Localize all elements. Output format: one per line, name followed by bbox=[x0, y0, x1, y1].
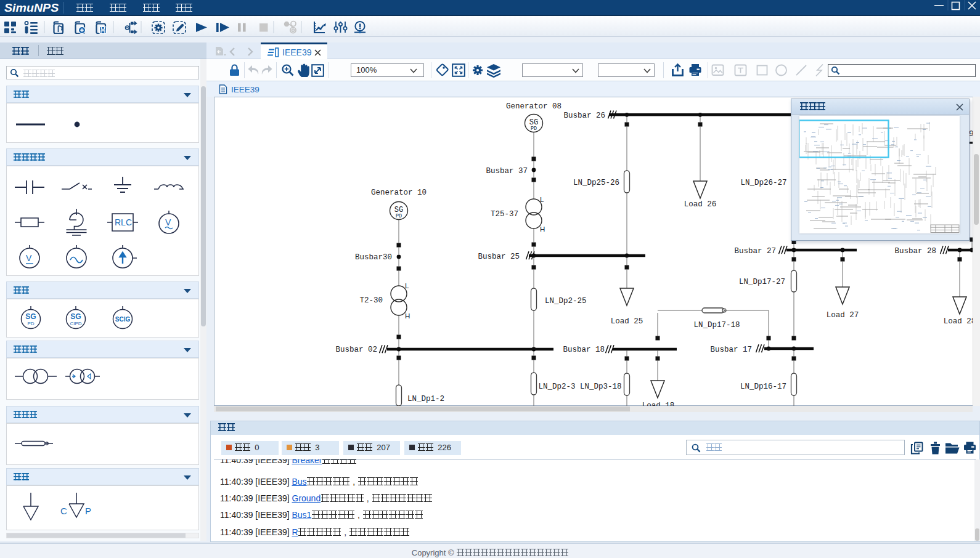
svg-text:Busbar 17: Busbar 17 bbox=[710, 346, 752, 354]
svg-text:Busbar 02: Busbar 02 bbox=[335, 346, 377, 354]
svg-text:V: V bbox=[26, 253, 32, 263]
svg-text:LN_Dp2-25: LN_Dp2-25 bbox=[545, 297, 587, 305]
svg-text:Load 28: Load 28 bbox=[944, 317, 973, 326]
svg-text:LN_Dp25-26: LN_Dp25-26 bbox=[573, 179, 619, 187]
svg-text:LN_Dp26-27: LN_Dp26-27 bbox=[740, 179, 786, 187]
svg-text:P: P bbox=[85, 506, 91, 516]
svg-text:Generator 08: Generator 08 bbox=[506, 102, 561, 111]
svg-text:Generator 10: Generator 10 bbox=[371, 188, 427, 197]
svg-text:LN_Dp1-2: LN_Dp1-2 bbox=[407, 395, 444, 403]
svg-text:Load 18: Load 18 bbox=[642, 402, 675, 406]
svg-text:LN_Dp17-27: LN_Dp17-27 bbox=[739, 278, 785, 286]
svg-text:CIPD: CIPD bbox=[70, 321, 81, 326]
svg-text:L: L bbox=[405, 282, 409, 289]
svg-text:Busbar 18: Busbar 18 bbox=[563, 346, 605, 354]
svg-text:T25-37: T25-37 bbox=[491, 210, 518, 219]
svg-text:Load 26: Load 26 bbox=[684, 200, 717, 209]
svg-text:PD: PD bbox=[396, 213, 402, 219]
svg-text:H: H bbox=[540, 225, 545, 233]
svg-text:Load 27: Load 27 bbox=[827, 311, 859, 320]
svg-text:Load 25: Load 25 bbox=[611, 317, 643, 326]
svg-text:SCIG: SCIG bbox=[115, 316, 131, 323]
svg-text:T2-30: T2-30 bbox=[359, 296, 383, 305]
svg-text:PD: PD bbox=[27, 321, 34, 326]
svg-text:C: C bbox=[60, 506, 67, 516]
svg-text:RLC: RLC bbox=[115, 217, 132, 227]
svg-text:V: V bbox=[165, 217, 171, 227]
svg-text:LN_Dp16-17: LN_Dp16-17 bbox=[740, 382, 786, 391]
svg-text:LN_Dp2-3 LN_Dp3-18: LN_Dp2-3 LN_Dp3-18 bbox=[538, 382, 621, 391]
svg-text:Busbar 37: Busbar 37 bbox=[486, 167, 528, 176]
svg-text:H: H bbox=[405, 312, 410, 320]
svg-text:L: L bbox=[540, 196, 544, 203]
svg-text:Busbar 27: Busbar 27 bbox=[734, 247, 776, 256]
svg-text:Busbar 28: Busbar 28 bbox=[894, 247, 936, 256]
svg-text:Busbar 26: Busbar 26 bbox=[563, 111, 605, 120]
svg-text:PD: PD bbox=[531, 126, 537, 132]
svg-text:LN_Dp17-18: LN_Dp17-18 bbox=[693, 321, 740, 330]
svg-text:Busbar 25: Busbar 25 bbox=[478, 253, 520, 261]
svg-text:Busbar30: Busbar30 bbox=[355, 253, 392, 262]
svg-text:SG: SG bbox=[25, 312, 36, 321]
svg-text:SG: SG bbox=[70, 312, 81, 321]
